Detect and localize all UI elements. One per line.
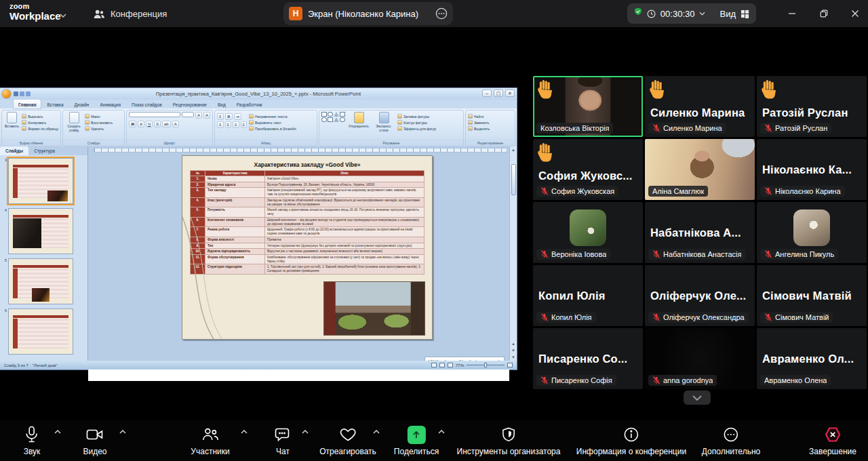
participant-tile[interactable]: Ратозій РусланРатозій Руслан: [757, 76, 867, 137]
slideshow-icon[interactable]: [448, 363, 453, 367]
shapes-gallery[interactable]: [321, 112, 345, 122]
shadow-button[interactable]: ab: [162, 121, 171, 127]
tab-meeting[interactable]: Конференция: [87, 0, 174, 27]
copy-button[interactable]: Копировать: [22, 120, 58, 125]
find-button[interactable]: Найти: [468, 114, 490, 119]
align-left-button[interactable]: ≡: [217, 121, 224, 128]
quick-access-toolbar[interactable]: [14, 92, 31, 96]
ribbon-tab[interactable]: Вид: [213, 100, 231, 108]
participant-tile[interactable]: Вероніка Іовова: [533, 202, 643, 263]
select-button[interactable]: Выделить: [468, 126, 490, 131]
slide-thumbnail[interactable]: 5: [1, 258, 86, 304]
workspace-chevron-down-icon[interactable]: [60, 14, 66, 18]
ppt-maximize-button[interactable]: ▢: [494, 89, 503, 97]
view-grid-icon[interactable]: [741, 9, 749, 18]
shape-fill-button[interactable]: Заливка фигуры: [397, 114, 436, 119]
shape-outline-button[interactable]: Контур фигуры: [397, 120, 436, 125]
slide-thumbnail[interactable]: 6: [1, 308, 86, 355]
bold-button[interactable]: Ж: [129, 121, 136, 127]
participant-tile[interactable]: Аліна Смаглюк: [645, 139, 755, 200]
indent-button[interactable]: ⇥: [234, 113, 241, 120]
screen-tab-more-icon[interactable]: [435, 7, 448, 20]
ribbon-tab[interactable]: Главная: [14, 100, 41, 108]
new-slide-button[interactable]: Создать слайд: [65, 112, 83, 132]
window-minimize-button[interactable]: [783, 7, 801, 20]
save-icon[interactable]: [14, 92, 18, 96]
replace-button[interactable]: Заменить: [468, 120, 490, 125]
vertical-scrollbar[interactable]: ▲ ▲ ▼ ▼: [509, 146, 517, 361]
zoom-slider[interactable]: [467, 365, 505, 365]
slide-sorter-icon[interactable]: [439, 363, 445, 367]
host-tools-button[interactable]: Инструменты организатора: [457, 424, 561, 456]
participants-button[interactable]: Участники: [191, 424, 229, 456]
timer-chevron-down-icon[interactable]: [699, 12, 705, 16]
participant-tile[interactable]: София Жуковс...София Жуковская: [533, 139, 643, 200]
window-restore-button[interactable]: [815, 7, 833, 20]
layout-button[interactable]: Макет: [85, 114, 113, 119]
strikethrough-button[interactable]: S: [154, 121, 161, 127]
italic-button[interactable]: К: [138, 121, 144, 127]
align-right-button[interactable]: ≡: [233, 121, 239, 128]
video-button[interactable]: Видео: [83, 424, 106, 456]
format-painter-button[interactable]: Формат по образцу: [22, 126, 58, 131]
react-options-caret[interactable]: [373, 430, 380, 434]
audio-options-caret[interactable]: [54, 430, 61, 434]
bullets-button[interactable]: ≡: [217, 113, 224, 120]
current-slide[interactable]: Характеристика закладу «Good Vibe» №Хара…: [182, 155, 433, 340]
share-options-caret[interactable]: [438, 430, 445, 434]
audio-button[interactable]: Звук: [24, 424, 41, 456]
participant-tile[interactable]: Оліферчук Оле...Оліферчук Олександра: [645, 265, 755, 326]
font-color-button[interactable]: A: [172, 121, 179, 127]
shrink-font-button[interactable]: A: [203, 112, 210, 119]
view-button-label[interactable]: Вид: [719, 9, 736, 19]
ribbon-tab[interactable]: Анимация: [95, 100, 125, 108]
office-button-icon[interactable]: [2, 89, 11, 98]
meeting-info-button[interactable]: Информация о конференции: [576, 424, 686, 456]
end-meeting-button[interactable]: Завершение: [809, 424, 856, 456]
ribbon-tab[interactable]: Вставка: [42, 100, 68, 108]
ribbon-tab[interactable]: Разработчик: [232, 100, 267, 108]
delete-slide-button[interactable]: Удалить: [85, 126, 113, 131]
tab-slides[interactable]: Слайды: [0, 146, 28, 155]
chat-button[interactable]: Чат: [275, 424, 292, 456]
window-close-button[interactable]: [846, 7, 864, 20]
reset-button[interactable]: Восстановить: [85, 120, 113, 125]
convert-smartart-button[interactable]: Преобразовать в SmartArt: [249, 126, 296, 131]
slide-thumbnail[interactable]: 4: [1, 208, 86, 254]
shape-effects-button[interactable]: Эффекты для фигур: [397, 126, 436, 131]
participant-tile[interactable]: anna gorodnya: [645, 328, 755, 389]
font-size-select[interactable]: [182, 112, 194, 117]
ribbon-tab[interactable]: Показ слайдов: [127, 100, 167, 108]
font-name-select[interactable]: [129, 112, 180, 117]
scroll-participants-button[interactable]: [684, 390, 711, 405]
participant-tile[interactable]: Авраменко Ол...Авраменко Олена: [757, 328, 867, 389]
participant-tile[interactable]: Ангелина Пикуль: [757, 202, 867, 263]
align-center-button[interactable]: ≡: [225, 121, 232, 128]
ribbon-tab[interactable]: Дизайн: [70, 100, 94, 108]
paste-button[interactable]: Вставить: [4, 112, 20, 128]
participant-tile[interactable]: Сімович МатвійСімович Матвій: [757, 265, 867, 326]
quick-styles-button[interactable]: Экспресс-стили: [372, 112, 395, 132]
undo-icon[interactable]: [20, 92, 24, 96]
participant-tile[interactable]: Набатнікова А...Набатнікова Анастасія: [645, 202, 755, 263]
ribbon-tab[interactable]: Рецензирование: [168, 100, 212, 108]
react-button[interactable]: Отреагировать: [319, 424, 376, 456]
chat-options-caret[interactable]: [302, 430, 309, 434]
align-text-button[interactable]: Выровнять текст: [249, 120, 296, 125]
participant-tile[interactable]: Копил ЮліяКопил Юлія: [533, 265, 643, 326]
tab-shared-screen[interactable]: Н Экран (Ніколаєнко Карина): [283, 2, 453, 25]
justify-button[interactable]: ≡: [241, 121, 248, 128]
slide-thumbnail[interactable]: 3: [1, 158, 86, 204]
numbering-button[interactable]: ≣: [225, 113, 233, 120]
share-screen-button[interactable]: Поделиться: [394, 424, 439, 456]
participants-options-caret[interactable]: [241, 430, 248, 434]
tab-outline[interactable]: Структура: [28, 146, 60, 155]
arrange-button[interactable]: Упорядочить: [347, 112, 370, 128]
fit-to-window-icon[interactable]: [507, 363, 513, 367]
security-shield-icon[interactable]: [634, 7, 642, 20]
grow-font-button[interactable]: A: [195, 112, 202, 119]
participant-tile[interactable]: Силенко МаринаСиленко Марина: [645, 76, 755, 137]
cut-button[interactable]: Вырезать: [22, 114, 58, 119]
ppt-close-button[interactable]: ✕: [505, 89, 515, 97]
underline-button[interactable]: Ч: [146, 121, 153, 127]
